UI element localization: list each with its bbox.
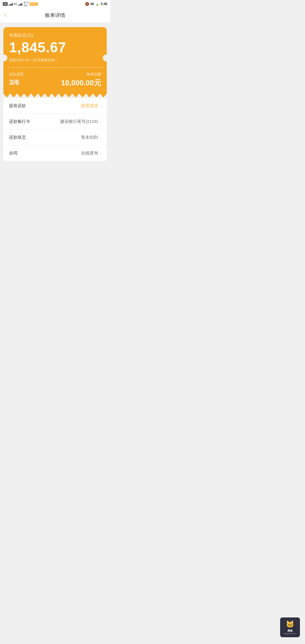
detail-item-contract[interactable]: 合同 在线查询 ›	[3, 145, 107, 161]
card-bottom: 还款进度 3/6 账单总额 10,000.00元	[3, 68, 107, 93]
network-type: 4G	[14, 3, 17, 6]
detail-item-status[interactable]: 还款状态 暂未扣到 ›	[3, 130, 107, 145]
battery-level: 46	[90, 2, 94, 6]
detail-label-status: 还款状态	[9, 135, 26, 140]
detail-item-bank[interactable]: 还款银行卡 建设银行尾号(2119) ›	[3, 114, 107, 130]
main-content: 本期应还(元) 1,845.67 还款日07-02（次日凌晨扣款） 还款进度 3…	[0, 23, 110, 166]
status-text: 暂未扣到	[81, 135, 98, 140]
contract-text: 在线查询	[81, 151, 98, 156]
card-body: 本期应还(元) 1,845.67 还款日07-02（次日凌晨扣款） 还款进度 3…	[3, 27, 107, 98]
detail-list: 提前还款 提前清贷 › 还款银行卡 建设银行尾号(2119) › 还款状态 暂未…	[3, 98, 107, 161]
progress-label: 还款进度	[9, 72, 24, 77]
total-value: 10,000.00元	[61, 78, 101, 88]
chevron-icon-status: ›	[100, 135, 101, 140]
time-display: 3:48	[101, 2, 107, 6]
card-notch-left	[1, 55, 7, 61]
card-notch-right	[103, 55, 110, 61]
leaf-icon: 🍃	[95, 2, 99, 6]
signal-icon-2	[18, 2, 22, 6]
card-zigzag-bottom	[3, 93, 107, 98]
repayment-progress: 还款进度 3/6	[9, 72, 24, 88]
bell-icon: 🔕	[85, 2, 89, 6]
chevron-icon-bank: ›	[100, 119, 101, 124]
detail-value-status: 暂未扣到 ›	[81, 135, 101, 140]
detail-value-contract: 在线查询 ›	[81, 151, 101, 156]
detail-value-bank: 建设银行尾号(2119) ›	[60, 119, 101, 124]
bill-total: 账单总额 10,000.00元	[61, 72, 101, 88]
chevron-icon-contract: ›	[100, 151, 101, 156]
detail-value-prepay: 提前清贷 ›	[81, 103, 101, 108]
chevron-icon-prepay: ›	[100, 103, 101, 108]
bank-text: 建设银行尾号(2119)	[60, 119, 98, 124]
signal-icon	[8, 2, 13, 6]
progress-value: 3/6	[9, 78, 24, 87]
card-top: 本期应还(元) 1,845.67 还款日07-02（次日凌晨扣款）	[3, 27, 107, 67]
due-date: 还款日07-02（次日凌晨扣款）	[9, 58, 101, 63]
detail-label-bank: 还款银行卡	[9, 119, 30, 124]
status-right: 🔕 46 🍃 3:48	[85, 2, 107, 6]
detail-item-prepay[interactable]: 提前还款 提前清贷 ›	[3, 98, 107, 114]
prepay-text: 提前清贷	[81, 103, 98, 108]
status-left: HD 4G 87.4 K/s BOSS	[3, 1, 38, 7]
bill-card: 本期应还(元) 1,845.67 还款日07-02（次日凌晨扣款） 还款进度 3…	[3, 27, 107, 161]
detail-label-prepay: 提前还款	[9, 103, 26, 108]
amount-label: 本期应还(元)	[9, 33, 101, 38]
status-bar: HD 4G 87.4 K/s BOSS 🔕 46 🍃 3:48	[0, 0, 110, 8]
boss-badge: BOSS	[30, 3, 38, 6]
card-divider	[3, 67, 107, 68]
back-button[interactable]: ‹	[5, 12, 6, 19]
amount-value: 1,845.67	[9, 40, 101, 55]
speed-display: 87.4 K/s	[24, 1, 29, 7]
hd-badge: HD	[3, 2, 8, 6]
total-label: 账单总额	[61, 72, 101, 77]
page-title: 账单详情	[45, 12, 65, 19]
detail-label-contract: 合同	[9, 151, 18, 156]
header: ‹ 账单详情	[0, 8, 110, 23]
